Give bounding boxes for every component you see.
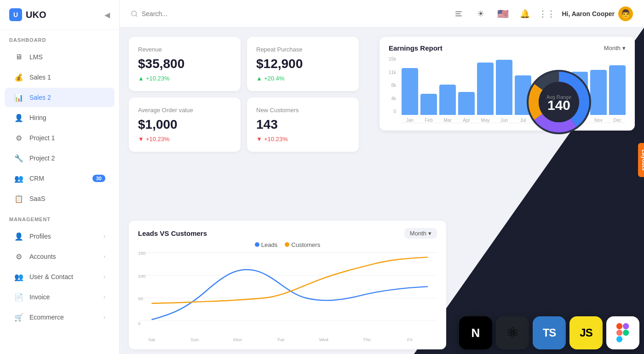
customers-change: ▼ +10.23% (256, 136, 350, 143)
customers-label: New Customers (256, 107, 350, 114)
layouts-tab[interactable]: Layouts (638, 143, 644, 177)
sidebar-label-hiring: Hiring (29, 114, 46, 121)
flag-icon[interactable]: 🇺🇸 (495, 6, 510, 21)
svg-rect-27 (616, 323, 622, 329)
leads-chart-card: Leads VS Customers Month ▾ Leads Custome… (129, 221, 446, 349)
legend-customers: Customers (285, 241, 320, 248)
sales1-icon: 💰 (14, 72, 24, 82)
user-info[interactable]: Hi, Aaron Cooper 👨 (562, 6, 633, 21)
sidebar-item-lms[interactable]: 🖥 LMS (5, 47, 115, 67)
donut-chart-svg: Avg Range 140 (518, 61, 600, 143)
section-label-dashboard: DASHBOARD (0, 30, 119, 46)
sidebar-item-profiles[interactable]: 👤 Profiles › (5, 227, 115, 246)
sidebar-item-sales1[interactable]: 💰 Sales 1 (5, 68, 115, 87)
sidebar-item-crm[interactable]: 👥 CRM 30 (5, 169, 115, 188)
sun-icon[interactable]: ☀ (473, 6, 488, 21)
content-area: Revenue $35,800 ▲ +10.23% Repeat Purchas… (120, 28, 644, 354)
svg-point-0 (132, 11, 137, 16)
project-status-title: Project Status (534, 43, 584, 51)
sidebar-logo: U UKO ◀ (0, 0, 119, 30)
project-status-section: Project Status (483, 37, 635, 148)
svg-text:100: 100 (138, 274, 146, 279)
chevron-down-icon: ▾ (428, 230, 431, 237)
sidebar-label-usercontact: User & Contact (29, 273, 73, 280)
management-section: MANAGEMENT 👤 Profiles › ⚙ Accounts › 👥 U… (0, 209, 119, 328)
profiles-icon: 👤 (14, 231, 24, 241)
search-input[interactable] (142, 10, 444, 17)
donut-chart-container: Avg Range 140 (483, 56, 635, 148)
svg-rect-30 (623, 323, 629, 329)
sidebar-label-profiles: Profiles (29, 233, 51, 240)
leads-period-button[interactable]: Month ▾ (404, 228, 437, 239)
sidebar-label-sales1: Sales 1 (29, 74, 51, 81)
bar-group: Mar (439, 57, 456, 123)
down-arrow-icon: ▼ (256, 136, 262, 143)
up-arrow-icon: ▲ (138, 75, 144, 82)
javascript-icon: JS (569, 316, 603, 349)
user-name: Hi, Aaron Cooper (562, 10, 615, 17)
bar-feb (420, 94, 437, 115)
sidebar-label-saas: SaaS (29, 195, 45, 202)
tech-stack: N ⚛ TS JS (459, 316, 639, 349)
svg-text:Sat: Sat (148, 337, 155, 342)
collapse-button[interactable]: ◀ (104, 11, 110, 19)
sidebar-item-usercontact[interactable]: 👥 User & Contact › (5, 267, 115, 286)
logo-icon: U (9, 8, 22, 21)
menu-icon[interactable] (451, 6, 466, 21)
header: ☀ 🇺🇸 🔔 ⋮⋮ Hi, Aaron Cooper 👨 (120, 0, 644, 28)
svg-text:150: 150 (138, 252, 146, 256)
sidebar-item-hiring[interactable]: 👤 Hiring (5, 108, 115, 127)
stat-revenue: Revenue $35,800 ▲ +10.23% (129, 37, 241, 91)
sidebar-label-lms: LMS (29, 53, 43, 61)
bell-icon[interactable]: 🔔 (518, 6, 532, 21)
svg-rect-28 (616, 330, 622, 336)
revenue-value: $35,800 (138, 57, 231, 71)
bar-group: Feb (420, 57, 437, 123)
sidebar-item-ecommerce[interactable]: 🛒 Ecommerce › (5, 308, 115, 327)
svg-point-31 (623, 330, 629, 336)
crm-badge: 30 (92, 175, 105, 182)
sidebar-label-invoice: Invoice (29, 293, 50, 301)
bar-jan (402, 68, 418, 115)
accounts-icon: ⚙ (14, 251, 24, 262)
sidebar-item-project2[interactable]: 🔧 Project 2 (5, 148, 115, 168)
line-chart-svg: 150 100 50 0 Sat Sun Mon Tue Wed Thu Fri (138, 252, 437, 344)
avatar: 👨 (618, 6, 633, 21)
sidebar-label-project1: Project 1 (29, 134, 55, 142)
sidebar-item-saas[interactable]: 📋 SaaS (5, 189, 115, 208)
crm-icon: 👥 (14, 173, 24, 183)
avg-label: Average Order value (138, 107, 231, 114)
stats-grid: Revenue $35,800 ▲ +10.23% Repeat Purchas… (129, 37, 359, 152)
earnings-title: Earnings Report (389, 44, 443, 52)
chevron-icon: › (104, 294, 105, 300)
svg-text:Sun: Sun (190, 337, 199, 342)
sidebar-item-project1[interactable]: ⚙ Project 1 (5, 128, 115, 148)
usercontact-icon: 👥 (14, 272, 24, 282)
search-bar[interactable] (131, 10, 444, 17)
avg-change: ▼ +10.23% (138, 136, 231, 143)
sidebar: U UKO ◀ DASHBOARD 🖥 LMS 💰 Sales 1 📊 Sale… (0, 0, 120, 354)
sidebar-item-accounts[interactable]: ⚙ Accounts › (5, 247, 115, 266)
chevron-icon: › (104, 233, 105, 240)
bar-group: Jan (402, 57, 418, 123)
hiring-icon: 👤 (14, 113, 24, 123)
sidebar-label-crm: CRM (29, 175, 44, 182)
bar-group: Apr (458, 57, 475, 123)
dashboard-section: DASHBOARD 🖥 LMS 💰 Sales 1 📊 Sales 2 👤 Hi… (0, 30, 119, 209)
chevron-icon: › (104, 314, 105, 320)
sidebar-label-ecommerce: Ecommerce (29, 314, 64, 321)
logo-text: UKO (26, 10, 46, 20)
grid-icon[interactable]: ⋮⋮ (540, 6, 554, 21)
svg-text:50: 50 (138, 296, 143, 301)
svg-text:Tue: Tue (277, 337, 285, 342)
sidebar-label-accounts: Accounts (29, 253, 56, 260)
leads-card: Leads VS Customers Month ▾ Leads Custome… (129, 221, 446, 349)
bar-apr (458, 92, 475, 115)
revenue-change: ▲ +10.23% (138, 75, 231, 82)
chevron-icon: › (104, 274, 105, 280)
section-label-management: MANAGEMENT (0, 209, 119, 226)
leads-title: Leads VS Customers (138, 229, 207, 237)
sidebar-item-sales2[interactable]: 📊 Sales 2 (5, 88, 115, 107)
sidebar-item-invoice[interactable]: 📄 Invoice › (5, 287, 115, 307)
figma-icon (606, 316, 639, 349)
